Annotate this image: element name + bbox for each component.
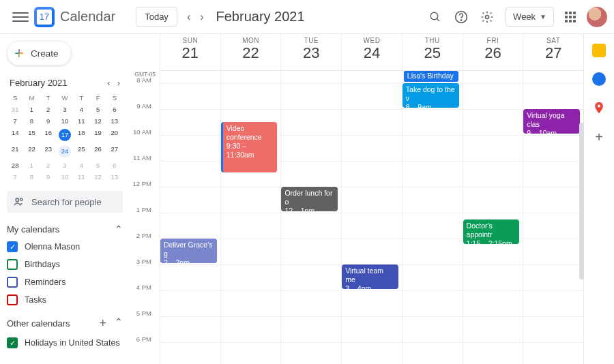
calendar-item[interactable]: Tasks (7, 294, 123, 305)
other-calendars-toggle[interactable]: Other calendars + ⌃ (7, 316, 123, 331)
checkbox[interactable] (7, 277, 18, 288)
mini-day[interactable]: 31 (7, 104, 23, 115)
mini-day[interactable]: 8 (23, 115, 40, 127)
mini-day[interactable]: 13 (106, 171, 123, 183)
mini-day[interactable]: 11 (73, 171, 89, 183)
apps-icon[interactable] (565, 12, 576, 22)
menu-icon[interactable] (12, 9, 29, 25)
mini-day[interactable]: 8 (23, 171, 40, 183)
calendar-item[interactable]: Olenna Mason (7, 241, 123, 252)
allday-event[interactable]: Lisa's Birthday (403, 71, 458, 82)
maps-icon[interactable] (592, 101, 606, 115)
calendar-event[interactable]: Order lunch for o12 – 1pm (281, 187, 338, 211)
allday-row[interactable]: Lisa's Birthday (160, 71, 583, 83)
day-header[interactable]: FRI26 (463, 34, 523, 70)
mini-day[interactable]: 14 (7, 127, 23, 143)
mini-day[interactable]: 26 (89, 143, 106, 160)
mini-day[interactable]: 24 (57, 143, 73, 160)
create-button-label: Create (31, 48, 59, 59)
mini-day[interactable]: 3 (57, 160, 73, 171)
checkbox[interactable] (7, 241, 18, 252)
mini-day[interactable]: 19 (89, 127, 106, 143)
mini-day[interactable]: 5 (89, 104, 106, 115)
calendar-logo[interactable]: 17 (34, 7, 55, 27)
scrollbar[interactable] (579, 123, 584, 279)
mini-day[interactable]: 1 (23, 160, 40, 171)
day-header[interactable]: WED24 (341, 34, 402, 70)
checkbox[interactable] (7, 294, 18, 305)
mini-day[interactable]: 16 (40, 127, 57, 143)
today-button[interactable]: Today (136, 7, 177, 27)
time-grid[interactable]: Take dog to the v8 – 9amVirtual yoga cla… (160, 83, 583, 364)
mini-day[interactable]: 12 (89, 115, 106, 127)
svg-point-3 (460, 19, 461, 20)
mini-day[interactable]: 13 (106, 115, 123, 127)
day-header[interactable]: SAT27 (523, 34, 583, 70)
mini-day[interactable]: 7 (7, 115, 23, 127)
mini-calendar[interactable]: SMTWTFS311234567891011121314151617181920… (7, 92, 123, 183)
checkbox[interactable] (7, 259, 18, 270)
mini-day[interactable]: 11 (73, 115, 89, 127)
search-people-input[interactable]: Search for people (7, 191, 123, 213)
mini-day[interactable]: 6 (106, 160, 123, 171)
mini-prev-icon[interactable]: ‹ (107, 78, 110, 88)
calendar-event[interactable]: Virtual team me3 – 4pm (342, 264, 398, 289)
svg-line-1 (437, 18, 439, 21)
mini-day[interactable]: 10 (57, 171, 73, 183)
create-button[interactable]: + Create (7, 41, 72, 65)
mini-day[interactable]: 22 (23, 143, 40, 160)
calendar-event[interactable]: Deliver Grace's g2 – 3pm (160, 239, 217, 263)
mini-day[interactable]: 9 (40, 171, 57, 183)
add-addon-icon[interactable]: + (595, 130, 603, 145)
mini-day[interactable]: 20 (106, 127, 123, 143)
mini-day[interactable]: 1 (23, 104, 40, 115)
calendar-item[interactable]: Reminders (7, 277, 123, 288)
help-icon[interactable] (454, 10, 469, 25)
my-calendars-toggle[interactable]: My calendars ⌃ (7, 224, 123, 234)
mini-next-icon[interactable]: › (117, 78, 120, 88)
people-icon (14, 196, 25, 207)
calendar-label: Tasks (25, 295, 46, 305)
mini-day[interactable]: 25 (73, 143, 89, 160)
mini-day[interactable]: 2 (40, 160, 57, 171)
mini-day[interactable]: 28 (7, 160, 23, 171)
mini-day[interactable]: 5 (89, 160, 106, 171)
next-week-icon[interactable]: › (200, 11, 203, 23)
calendar-event[interactable]: Video conference9:30 – 11:30am (221, 122, 278, 172)
avatar[interactable] (587, 7, 607, 27)
mini-day[interactable]: 10 (57, 115, 73, 127)
mini-day[interactable]: 27 (106, 143, 123, 160)
chevron-up-icon: ⌃ (115, 316, 123, 331)
gear-icon[interactable] (480, 10, 495, 25)
prev-week-icon[interactable]: ‹ (187, 11, 190, 23)
day-header[interactable]: TUE23 (280, 34, 341, 70)
calendar-event[interactable]: Take dog to the v8 – 9am (403, 83, 459, 108)
mini-day[interactable]: 4 (73, 160, 89, 171)
mini-day[interactable]: 9 (40, 115, 57, 127)
mini-day[interactable]: 3 (57, 104, 73, 115)
search-icon[interactable] (428, 10, 443, 25)
day-header[interactable]: THU25 (402, 34, 463, 70)
mini-day[interactable]: 6 (106, 104, 123, 115)
day-header[interactable]: SUN21 (160, 34, 220, 70)
view-selector[interactable]: Week ▼ (506, 7, 554, 27)
mini-day[interactable]: 21 (7, 143, 23, 160)
calendar-event[interactable]: Doctor's appointr1:15 – 2:15pm (463, 219, 520, 244)
day-header[interactable]: MON22 (220, 34, 281, 70)
mini-day[interactable]: 12 (89, 171, 106, 183)
tasks-icon[interactable] (592, 72, 606, 86)
calendar-event[interactable]: Virtual yoga clas9 – 10am (523, 109, 580, 134)
mini-day[interactable]: 15 (23, 127, 40, 143)
mini-day[interactable]: 18 (73, 127, 89, 143)
checkbox[interactable] (7, 337, 18, 348)
mini-day[interactable]: 2 (40, 104, 57, 115)
mini-day[interactable]: 7 (7, 171, 23, 183)
mini-day[interactable]: 23 (40, 143, 57, 160)
calendar-item[interactable]: Holidays in United States (7, 337, 123, 348)
keep-icon[interactable] (592, 44, 606, 57)
add-calendar-icon[interactable]: + (99, 316, 106, 331)
mini-day[interactable]: 4 (73, 104, 89, 115)
calendar-item[interactable]: Birthdays (7, 259, 123, 270)
svg-point-5 (16, 198, 19, 202)
mini-day[interactable]: 17 (57, 127, 73, 143)
